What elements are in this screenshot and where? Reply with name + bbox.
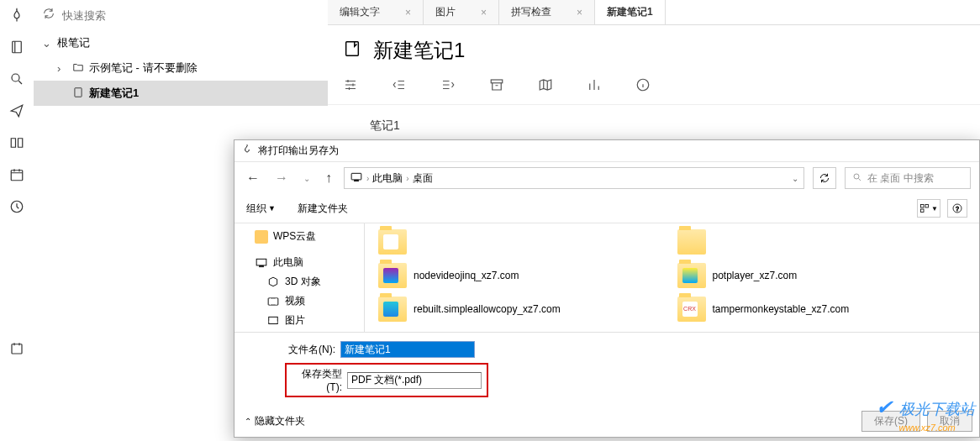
tab-label: 新建笔记1: [607, 5, 653, 19]
side-3d[interactable]: 3D 对象: [234, 272, 364, 291]
help-button[interactable]: ?: [947, 199, 967, 218]
archive-icon[interactable]: [489, 77, 504, 96]
path-seg[interactable]: 此电脑: [372, 171, 403, 186]
folder-icon: [677, 229, 706, 255]
search-icon: [852, 172, 862, 185]
indent-right-icon[interactable]: [440, 77, 456, 96]
dialog-search[interactable]: 在 桌面 中搜索: [845, 167, 971, 189]
close-icon[interactable]: ×: [405, 7, 411, 18]
close-icon[interactable]: ×: [481, 7, 487, 18]
watermark-text: 极光下载站: [899, 401, 975, 417]
hide-folders-toggle[interactable]: ⌃隐藏文件夹: [245, 414, 305, 428]
tab-newnote[interactable]: 新建笔记1: [595, 0, 666, 24]
svg-text:?: ?: [956, 206, 959, 212]
indent-left-icon[interactable]: [392, 77, 407, 96]
calendar2-icon[interactable]: [8, 340, 25, 357]
svg-rect-4: [12, 344, 22, 354]
filename-label: 文件名(N):: [285, 343, 335, 357]
folder-icon: [378, 297, 407, 322]
new-folder-button[interactable]: 新建文件夹: [298, 202, 348, 216]
back-button[interactable]: ←: [243, 169, 263, 187]
pictures-icon: [266, 314, 280, 328]
map-icon[interactable]: [538, 77, 553, 96]
send-icon[interactable]: [8, 102, 25, 119]
tab-spellcheck[interactable]: 拼写检查×: [499, 0, 595, 24]
side-label: WPS云盘: [273, 229, 316, 244]
dialog-fields: 文件名(N): 保存类型(T):: [234, 333, 979, 406]
filename-row: 文件名(N):: [285, 341, 962, 358]
watermark: ✔ 极光下载站 www.xz7.com: [876, 396, 975, 434]
side-video[interactable]: 视频: [234, 291, 364, 311]
cloud-icon: [255, 230, 268, 244]
chevron-down-icon: ⌄: [42, 37, 52, 50]
tree-item-newnote[interactable]: 新建笔记1: [34, 81, 328, 106]
file-name: potplayer_xz7.com: [713, 270, 798, 281]
chevron-down-icon[interactable]: ⌄: [792, 174, 798, 183]
info-icon[interactable]: [635, 77, 651, 96]
tree-item-examples[interactable]: › 示例笔记 - 请不要删除: [34, 55, 328, 81]
side-label: 视频: [285, 294, 305, 308]
organize-label: 组织: [246, 202, 266, 216]
svg-rect-19: [268, 297, 278, 304]
tab-edit-text[interactable]: 编辑文字×: [328, 0, 424, 24]
path-sep-icon: ›: [366, 174, 369, 183]
note-icon[interactable]: [8, 39, 25, 55]
history-icon[interactable]: [8, 198, 25, 215]
tree-label: 示例笔记 - 请不要删除: [89, 60, 198, 76]
path-seg[interactable]: 桌面: [413, 171, 433, 186]
folder-icon: CRX: [677, 297, 706, 322]
file-item[interactable]: [373, 227, 672, 257]
file-name: nodevideojinq_xz7.com: [414, 270, 519, 281]
app-small-icon: [241, 144, 253, 158]
file-item[interactable]: CRXtampermonkeystable_xz7.com: [672, 294, 972, 324]
svg-rect-18: [260, 265, 264, 266]
file-item[interactable]: nodevideojinq_xz7.com: [373, 260, 672, 291]
search-input[interactable]: [62, 9, 319, 22]
file-item[interactable]: potplayer_xz7.com: [672, 260, 972, 291]
close-icon[interactable]: ×: [577, 7, 582, 18]
savetype-label: 保存类型(T):: [292, 367, 342, 393]
sliders-icon[interactable]: [343, 77, 358, 96]
video-icon: [266, 295, 280, 308]
path-bar[interactable]: › 此电脑 › 桌面 ⌄: [344, 167, 804, 189]
side-pictures[interactable]: 图片: [234, 311, 364, 330]
chevron-right-icon: ›: [57, 62, 67, 75]
tab-image[interactable]: 图片×: [424, 0, 499, 24]
refresh-icon[interactable]: [42, 7, 55, 24]
svg-rect-9: [351, 173, 361, 180]
svg-rect-2: [11, 171, 23, 181]
filename-input[interactable]: [340, 341, 475, 358]
side-wps[interactable]: WPS云盘: [234, 227, 364, 246]
file-item[interactable]: [672, 227, 972, 257]
chart-icon[interactable]: [587, 77, 602, 96]
dialog-toolbar: 组织 ▼ 新建文件夹 ▼ ?: [234, 194, 979, 223]
note-icon: [343, 39, 361, 61]
svg-point-11: [854, 174, 859, 179]
svg-rect-5: [75, 87, 82, 97]
forward-button: →: [271, 169, 292, 187]
file-list: nodevideojinq_xz7.com potplayer_xz7.com …: [365, 223, 979, 332]
cube-icon: [266, 276, 280, 289]
savetype-select[interactable]: [347, 372, 482, 389]
file-item[interactable]: rebuilt.simpleallowcopy_xz7.com: [373, 294, 672, 324]
tree-root[interactable]: ⌄ 根笔记: [34, 30, 328, 55]
recent-dropdown[interactable]: ⌄: [300, 172, 313, 185]
search-icon[interactable]: [8, 71, 25, 87]
note-file-icon: [72, 87, 84, 101]
folder-icon: [378, 229, 407, 255]
svg-rect-17: [256, 259, 266, 265]
savetype-highlight: 保存类型(T):: [285, 363, 488, 397]
refresh-button[interactable]: [813, 167, 836, 189]
tab-label: 图片: [435, 5, 456, 19]
dialog-title: 将打印输出另存为: [258, 144, 339, 158]
search-placeholder: 在 桌面 中搜索: [867, 171, 934, 186]
side-thispc[interactable]: 此电脑: [234, 253, 364, 272]
side-label: 图片: [285, 313, 305, 328]
up-button[interactable]: ↑: [322, 169, 335, 187]
calendar-icon[interactable]: [8, 166, 25, 183]
dialog-titlebar: 将打印输出另存为: [234, 140, 979, 162]
organize-button[interactable]: 组织 ▼: [246, 202, 276, 216]
dialog-sidebar: WPS云盘 此电脑 3D 对象 视频 图片: [234, 223, 365, 332]
book-icon[interactable]: [8, 134, 25, 151]
view-mode-button[interactable]: ▼: [917, 199, 940, 218]
